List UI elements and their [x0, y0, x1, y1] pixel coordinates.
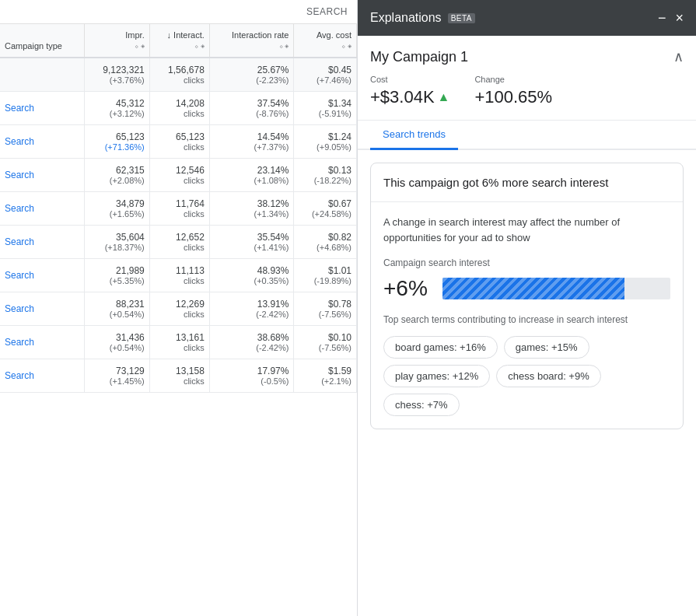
col-avg-cost-label: Avg. cost — [299, 30, 351, 40]
bar-container — [442, 278, 670, 299]
campaigns-table: Campaign type Impr. ⬦ ◈ ↓ Interact. ⬦ ◈ … — [0, 24, 357, 393]
row-interact-rate-main: 38.12% — [215, 198, 289, 209]
table-panel: SEARCH Campaign type Impr. ⬦ ◈ ↓ Interac… — [0, 0, 358, 616]
row-interact-rate-main: 17.97% — [215, 366, 289, 376]
row-interact-rate-sub: (-8.76%) — [215, 109, 289, 118]
row-interact-main: 14,208 — [155, 98, 205, 109]
row-avg-cost-sub: (+24.58%) — [299, 209, 351, 219]
row-avg-cost-sub: (-5.91%) — [299, 109, 351, 118]
table-row: Search 62,315 (+2.08%) 12,546 clicks 23.… — [0, 159, 357, 192]
table-header-row: Campaign type Impr. ⬦ ◈ ↓ Interact. ⬦ ◈ … — [0, 24, 357, 58]
col-interact-rate[interactable]: Interaction rate ⬦ ◈ — [209, 24, 294, 58]
row-interact-rate-main: 14.54% — [215, 131, 289, 142]
row-interact: 12,652 clicks — [149, 226, 209, 259]
row-interact-rate-sub: (-2.42%) — [215, 310, 289, 319]
col-interact-label: ↓ Interact. — [155, 30, 205, 40]
row-interact-rate-main: 23.14% — [215, 165, 289, 176]
row-avg-cost: $1.01 (-19.89%) — [294, 259, 357, 292]
col-impr[interactable]: Impr. ⬦ ◈ — [85, 24, 149, 58]
row-avg-cost: $1.34 (-5.91%) — [294, 92, 357, 125]
avg-cost-sort-arrows: ⬦ ◈ — [341, 42, 351, 50]
row-interact-rate: 35.54% (+1.41%) — [209, 226, 294, 259]
row-campaign-type[interactable]: Search — [0, 259, 85, 292]
row-interact: 11,764 clicks — [149, 192, 209, 226]
row-avg-cost-main: $0.10 — [299, 332, 351, 343]
row-impr-main: 35,604 — [89, 232, 144, 243]
row-campaign-type[interactable]: Search — [0, 125, 85, 159]
row-interact-sub: clicks — [155, 276, 205, 285]
table-row: Search 35,604 (+18.37%) 12,652 clicks 35… — [0, 226, 357, 259]
panel-title-text: Explanations — [370, 11, 442, 25]
total-interact-main: 1,56,678 — [155, 65, 205, 75]
row-avg-cost-main: $1.01 — [299, 265, 351, 276]
total-campaign-type — [0, 58, 85, 92]
col-interact[interactable]: ↓ Interact. ⬦ ◈ — [149, 24, 209, 58]
col-avg-cost[interactable]: Avg. cost ⬦ ◈ — [294, 24, 357, 58]
row-interact: 14,208 clicks — [149, 92, 209, 125]
explanation-card: This campaign got 6% more search interes… — [370, 163, 684, 429]
col-interact-sort[interactable]: ⬦ ◈ — [194, 42, 205, 50]
table-row: Search 65,123 (+71.36%) 65,123 clicks 14… — [0, 125, 357, 159]
row-avg-cost-sub: (+4.68%) — [299, 243, 351, 252]
row-interact-sub: clicks — [155, 209, 205, 219]
search-label: SEARCH — [306, 6, 348, 17]
row-campaign-type[interactable]: Search — [0, 192, 85, 226]
row-avg-cost: $0.10 (-7.56%) — [294, 326, 357, 359]
row-campaign-type[interactable]: Search — [0, 326, 85, 359]
bar-fill — [442, 278, 624, 299]
cost-up-arrow-icon: ▲ — [438, 90, 450, 104]
row-interact-rate-sub: (+1.08%) — [215, 176, 289, 185]
row-interact-rate: 17.97% (-0.5%) — [209, 359, 294, 393]
col-avg-cost-sort[interactable]: ⬦ ◈ — [341, 42, 351, 50]
row-interact-rate: 13.91% (-2.42%) — [209, 292, 294, 326]
row-interact-main: 12,546 — [155, 165, 205, 176]
row-interact-main: 11,764 — [155, 198, 205, 209]
total-interact-sub: clicks — [155, 75, 205, 85]
card-description: A change in search interest may affect t… — [383, 215, 670, 245]
row-interact-rate: 48.93% (+0.35%) — [209, 259, 294, 292]
campaign-chevron-icon[interactable]: ∧ — [673, 48, 684, 65]
row-interact: 65,123 clicks — [149, 125, 209, 159]
row-interact: 13,158 clicks — [149, 359, 209, 393]
row-interact-rate-main: 48.93% — [215, 265, 289, 276]
row-interact-sub: clicks — [155, 343, 205, 352]
col-impr-label: Impr. — [89, 30, 144, 40]
row-campaign-type[interactable]: Search — [0, 159, 85, 192]
minimize-button[interactable]: − — [658, 11, 666, 25]
term-chip: chess board: +9% — [496, 365, 600, 387]
card-header: This campaign got 6% more search interes… — [371, 163, 683, 202]
col-impr-sort[interactable]: ⬦ ◈ — [135, 42, 145, 50]
interest-bar-row: +6% — [383, 276, 670, 301]
tab-search-trends[interactable]: Search trends — [370, 121, 458, 150]
panel-header-icons: − × — [658, 11, 684, 25]
table-row: Search 31,436 (+0.54%) 13,161 clicks 38.… — [0, 326, 357, 359]
row-avg-cost-main: $1.59 — [299, 366, 351, 376]
cost-value: +$3.04K ▲ — [370, 87, 449, 107]
table-row: Search 21,989 (+5.35%) 11,113 clicks 48.… — [0, 259, 357, 292]
row-impr-main: 31,436 — [89, 332, 144, 343]
row-impr-sub: (+5.35%) — [89, 276, 144, 285]
search-interest-label: Campaign search interest — [383, 257, 670, 268]
row-campaign-type[interactable]: Search — [0, 292, 85, 326]
row-avg-cost: $0.67 (+24.58%) — [294, 192, 357, 226]
term-chip: play games: +12% — [383, 365, 490, 387]
row-campaign-type[interactable]: Search — [0, 92, 85, 125]
campaign-name: My Campaign 1 — [370, 49, 468, 65]
row-campaign-type[interactable]: Search — [0, 359, 85, 393]
col-interact-rate-sort[interactable]: ⬦ ◈ — [279, 42, 289, 50]
row-interact-sub: clicks — [155, 376, 205, 386]
close-button[interactable]: × — [675, 11, 684, 25]
explanations-panel: Explanations BETA − × My Campaign 1 ∧ Co… — [358, 0, 696, 616]
campaign-header: My Campaign 1 ∧ — [370, 48, 684, 65]
row-interact: 13,161 clicks — [149, 326, 209, 359]
row-interact-sub: clicks — [155, 176, 205, 185]
row-campaign-type[interactable]: Search — [0, 226, 85, 259]
row-avg-cost-sub: (-7.56%) — [299, 310, 351, 319]
card-body: A change in search interest may affect t… — [371, 202, 683, 429]
table-row: Search 73,129 (+1.45%) 13,158 clicks 17.… — [0, 359, 357, 393]
row-impr: 88,231 (+0.54%) — [85, 292, 149, 326]
table-row: Search 88,231 (+0.54%) 12,269 clicks 13.… — [0, 292, 357, 326]
panel-header: Explanations BETA − × — [358, 0, 696, 36]
row-interact-rate: 38.68% (-2.42%) — [209, 326, 294, 359]
total-interact: 1,56,678 clicks — [149, 58, 209, 92]
